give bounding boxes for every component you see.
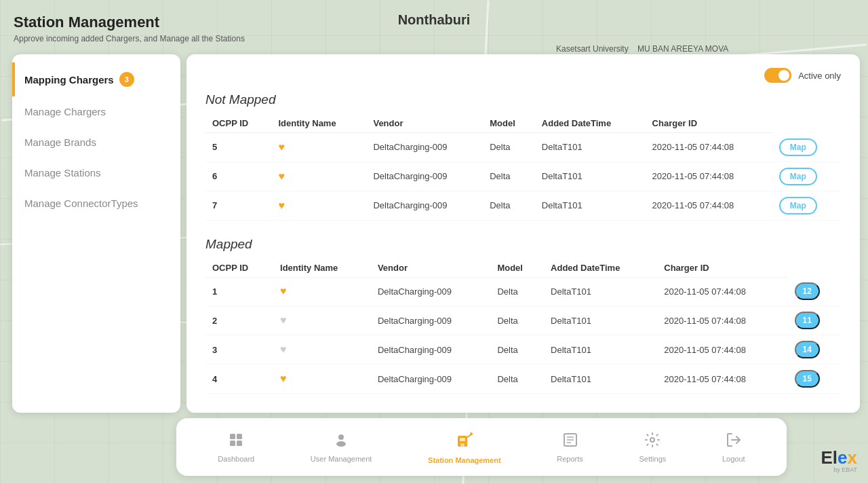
bottom-nav: Dashboard User Management Station Manage… — [176, 418, 787, 476]
heart-icon[interactable]: ♥ — [280, 343, 287, 355]
charger-id-cell[interactable]: 15 — [788, 365, 841, 394]
vendor-cell: Delta — [483, 191, 535, 220]
heart-icon[interactable]: ♥ — [278, 170, 285, 182]
col-vendor: Vendor — [366, 114, 483, 133]
charger-id-cell[interactable]: 12 — [788, 277, 841, 306]
app-header: Station Management Approve incoming adde… — [14, 14, 245, 43]
nav-user-management[interactable]: User Management — [300, 426, 383, 468]
sidebar-item-mapping-chargers[interactable]: Mapping Chargers 3 — [12, 62, 180, 96]
col-ocpp-id: OCPP ID — [205, 259, 273, 278]
elex-logo: Elex by EBAT — [821, 449, 857, 473]
active-only-toggle[interactable] — [764, 68, 791, 83]
heart-cell[interactable]: ♥ — [273, 335, 371, 365]
table-row: 6 ♥ DeltaCharging-009 Delta DeltaT101 20… — [205, 162, 841, 191]
charger-id-button[interactable]: 12 — [795, 282, 820, 300]
identity-name-cell: DeltaCharging-009 — [366, 133, 483, 162]
sidebar-item-manage-chargers[interactable]: Manage Chargers — [12, 96, 180, 127]
vendor-cell: Delta — [483, 133, 535, 162]
table-row: 3 ♥ DeltaCharging-009 Delta DeltaT101 20… — [205, 335, 841, 365]
table-header-row: OCPP ID Identity Name Vendor Model Added… — [205, 259, 841, 278]
table-row: 1 ♥ DeltaCharging-009 Delta DeltaT101 20… — [205, 277, 841, 306]
table-row: 5 ♥ DeltaCharging-009 Delta DeltaT101 20… — [205, 133, 841, 162]
sidebar-item-manage-connector-types[interactable]: Manage ConnectorTypes — [12, 188, 180, 219]
col-added-datetime: Added DateTime — [535, 114, 646, 133]
ocpp-id-cell: 3 — [205, 335, 273, 365]
nav-user-management-label: User Management — [311, 455, 372, 463]
nav-settings-label: Settings — [639, 455, 667, 463]
model-cell: DeltaT101 — [544, 306, 657, 335]
toggle-label: Active only — [798, 71, 841, 81]
not-mapped-table: OCPP ID Identity Name Vendor Model Added… — [205, 114, 841, 221]
heart-cell[interactable]: ♥ — [273, 277, 371, 306]
charger-id-cell[interactable]: Map — [772, 162, 841, 191]
svg-rect-0 — [230, 434, 235, 439]
mapped-table: OCPP ID Identity Name Vendor Model Added… — [205, 259, 841, 394]
heart-icon[interactable]: ♥ — [278, 141, 285, 153]
sidebar-badge: 3 — [119, 72, 134, 87]
heart-icon[interactable]: ♥ — [280, 373, 287, 384]
person-icon — [333, 432, 349, 452]
charger-id-button[interactable]: 15 — [795, 370, 820, 388]
nav-dashboard-label: Dashboard — [218, 455, 254, 463]
nav-reports[interactable]: Reports — [546, 426, 594, 468]
col-model: Model — [483, 114, 535, 133]
vendor-cell: Delta — [490, 306, 544, 335]
ocpp-id-cell: 7 — [205, 191, 271, 220]
model-cell: DeltaT101 — [535, 133, 646, 162]
identity-name-cell: DeltaCharging-009 — [366, 162, 483, 191]
col-ocpp-id: OCPP ID — [205, 114, 271, 133]
datetime-cell: 2020-11-05 07:44:08 — [657, 306, 787, 335]
nav-dashboard[interactable]: Dashboard — [207, 426, 265, 468]
mapped-heading: Mapped — [205, 237, 841, 252]
nav-station-management[interactable]: Station Management — [417, 425, 512, 470]
app-title: Station Management — [14, 14, 245, 31]
nav-logout[interactable]: Logout — [711, 426, 756, 468]
charger-id-cell[interactable]: 11 — [788, 306, 841, 335]
sidebar-item-label: Mapping Chargers — [24, 74, 114, 86]
col-model: Model — [490, 259, 544, 278]
table-row: 4 ♥ DeltaCharging-009 Delta DeltaT101 20… — [205, 365, 841, 394]
heart-cell[interactable]: ♥ — [273, 306, 371, 335]
charger-id-button[interactable]: 11 — [795, 312, 820, 329]
heart-icon[interactable]: ♥ — [280, 314, 287, 326]
identity-name-cell: DeltaCharging-009 — [366, 191, 483, 220]
heart-cell[interactable]: ♥ — [271, 162, 366, 191]
map-button[interactable]: Map — [779, 197, 817, 215]
svg-point-9 — [470, 432, 473, 435]
svg-rect-2 — [230, 441, 235, 446]
charger-id-cell[interactable]: 14 — [788, 335, 841, 365]
model-cell: DeltaT101 — [544, 335, 657, 365]
sidebar-item-manage-stations[interactable]: Manage Stations — [12, 157, 180, 188]
nav-settings[interactable]: Settings — [629, 426, 677, 468]
map-button[interactable]: Map — [779, 168, 817, 185]
heart-icon[interactable]: ♥ — [278, 200, 285, 211]
app-subtitle: Approve incoming added Chargers, and Man… — [14, 34, 245, 43]
svg-rect-7 — [460, 438, 465, 441]
table-row: 2 ♥ DeltaCharging-009 Delta DeltaT101 20… — [205, 306, 841, 335]
model-cell: DeltaT101 — [535, 162, 646, 191]
charger-id-cell[interactable]: Map — [772, 191, 841, 220]
datetime-cell: 2020-11-05 07:44:08 — [657, 277, 787, 306]
charger-id-cell[interactable]: Map — [772, 133, 841, 162]
datetime-cell: 2020-11-05 07:44:08 — [646, 162, 772, 191]
heart-cell[interactable]: ♥ — [273, 365, 371, 394]
datetime-cell: 2020-11-05 07:44:08 — [657, 335, 787, 365]
col-charger-id: Charger ID — [657, 259, 787, 278]
sidebar-item-manage-brands[interactable]: Manage Brands — [12, 127, 180, 157]
reports-icon — [562, 432, 578, 452]
svg-rect-3 — [237, 441, 242, 446]
ocpp-id-cell: 6 — [205, 162, 271, 191]
heart-cell[interactable]: ♥ — [271, 191, 366, 220]
vendor-cell: Delta — [483, 162, 535, 191]
elex-byline: by EBAT — [821, 467, 857, 473]
settings-icon — [644, 432, 660, 452]
table-row: 7 ♥ DeltaCharging-009 Delta DeltaT101 20… — [205, 191, 841, 220]
charger-id-button[interactable]: 14 — [795, 341, 820, 358]
datetime-cell: 2020-11-05 07:44:08 — [657, 365, 787, 394]
map-button[interactable]: Map — [779, 138, 817, 156]
logout-icon — [726, 432, 742, 452]
heart-cell[interactable]: ♥ — [271, 133, 366, 162]
heart-icon[interactable]: ♥ — [280, 285, 287, 297]
col-added-datetime: Added DateTime — [544, 259, 657, 278]
datetime-cell: 2020-11-05 07:44:08 — [646, 191, 772, 220]
